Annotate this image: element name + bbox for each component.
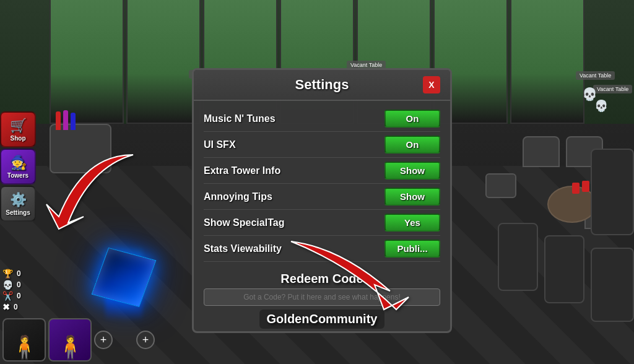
settings-modal: Settings X Music N' Tunes On UI SFX On E… <box>192 68 452 333</box>
specialtag-toggle-btn[interactable]: Yes <box>384 214 440 232</box>
character-sprite-3: 💀 <box>594 99 608 113</box>
large-chair-4 <box>498 223 538 291</box>
modal-header: Settings X <box>194 70 450 101</box>
annoyingtips-toggle-btn[interactable]: Show <box>384 188 440 206</box>
towers-icon: 🧙 <box>10 155 27 171</box>
stat-value-scissors: 0 <box>17 292 21 300</box>
setting-row-specialtag: Show SpecialTag Yes <box>204 210 440 236</box>
modal-close-button[interactable]: X <box>423 76 440 93</box>
stat-row-skull: 💀 0 <box>2 280 21 290</box>
stat-row-x: ✖ 0 <box>2 302 21 312</box>
chair-4 <box>485 173 516 198</box>
stats-area: 🏆 0 💀 0 ✂️ 0 ✖ 0 <box>0 266 24 314</box>
left-furniture <box>50 124 124 248</box>
setting-label-annoyingtips: Annoying Tips <box>204 191 272 202</box>
stat-value-x: 0 <box>14 303 18 311</box>
extratower-toggle-btn[interactable]: Show <box>384 162 440 180</box>
glow-cube <box>99 253 161 314</box>
vacant-table-label-3: Vacant Table <box>576 71 615 80</box>
large-chair-2 <box>591 248 634 322</box>
skull-icon: 💀 <box>2 280 13 290</box>
towers-label: Towers <box>7 172 28 179</box>
towers-button[interactable]: 🧙 Towers <box>0 149 36 184</box>
redeem-section: Redeem Code GoldenCommunity <box>194 267 450 331</box>
vacant-table-label-4: Vacant Table <box>593 85 632 93</box>
setting-label-uisfx: UI SFX <box>204 139 236 150</box>
cup-1 <box>582 181 589 192</box>
player-cards: 🧍 🧍 + + <box>0 316 157 364</box>
player-2-sprite: 🧍 <box>56 334 84 360</box>
uisfx-toggle-btn[interactable]: On <box>384 136 440 154</box>
cup-2 <box>572 183 580 194</box>
modal-title: Settings <box>221 77 423 93</box>
setting-row-uisfx: UI SFX On <box>204 132 440 158</box>
redeem-title: Redeem Code <box>204 272 440 286</box>
cube-body <box>92 248 157 307</box>
shop-button[interactable]: 🛒 Shop <box>0 111 36 147</box>
music-toggle-btn[interactable]: On <box>384 110 440 128</box>
bottle-purple <box>63 110 68 130</box>
redeem-code-input[interactable] <box>204 288 440 306</box>
add-player-btn-1[interactable]: + <box>94 331 113 349</box>
redeem-code-value: GoldenCommunity <box>259 310 385 329</box>
window-pane <box>510 0 584 124</box>
settings-icon: ⚙️ <box>10 192 27 208</box>
statsview-toggle-btn[interactable]: Publi... <box>384 240 440 258</box>
settings-label: Settings <box>6 209 30 216</box>
shop-icon: 🛒 <box>10 118 27 134</box>
setting-row-extratower: Extra Tower Info Show <box>204 158 440 184</box>
chair-2 <box>523 136 560 167</box>
stat-row-scissors: ✂️ 0 <box>2 291 21 301</box>
settings-button[interactable]: ⚙️ Settings <box>0 186 36 222</box>
settings-body: Music N' Tunes On UI SFX On Extra Tower … <box>194 101 450 267</box>
setting-label-music: Music N' Tunes <box>204 113 276 124</box>
setting-label-statsview: Stats Viewability <box>204 243 282 254</box>
player-card-2: 🧍 <box>48 318 92 362</box>
stat-value-skull: 0 <box>17 280 21 289</box>
player-card-1: 🧍 <box>2 318 46 362</box>
stat-row-trophy: 🏆 0 <box>2 269 21 279</box>
large-chair-3 <box>544 235 584 303</box>
stat-value-trophy: 0 <box>17 269 21 278</box>
add-player-btn-2[interactable]: + <box>136 331 155 349</box>
setting-row-annoyingtips: Annoying Tips Show <box>204 184 440 210</box>
bottle-blue <box>71 113 76 130</box>
bottle-red <box>56 111 61 130</box>
large-chair-1 <box>591 149 634 235</box>
window-pane <box>50 0 124 124</box>
scissors-icon: ✂️ <box>2 291 13 301</box>
left-table <box>50 124 111 173</box>
x-icon: ✖ <box>2 302 10 312</box>
shop-label: Shop <box>11 135 26 142</box>
trophy-icon: 🏆 <box>2 269 13 279</box>
window-pane <box>126 0 201 124</box>
sidebar: 🛒 Shop 🧙 Towers ⚙️ Settings <box>0 111 38 222</box>
setting-row-music: Music N' Tunes On <box>204 106 440 132</box>
setting-label-specialtag: Show SpecialTag <box>204 217 284 228</box>
player-1-sprite: 🧍 <box>11 334 38 360</box>
setting-label-extratower: Extra Tower Info <box>204 165 280 176</box>
right-furniture <box>423 111 634 347</box>
setting-row-statsview: Stats Viewability Publi... <box>204 236 440 262</box>
